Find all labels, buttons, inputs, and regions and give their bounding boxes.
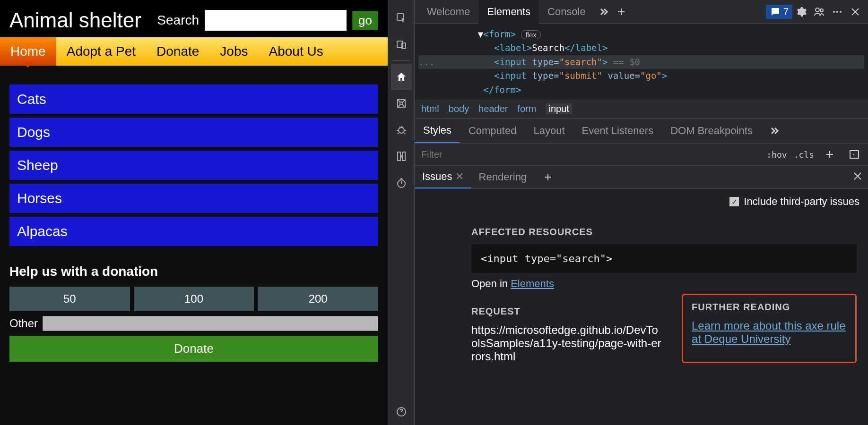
svg-point-4 — [399, 128, 404, 133]
search-input[interactable] — [205, 10, 347, 31]
help-icon[interactable] — [391, 399, 412, 425]
3d-view-icon[interactable] — [391, 90, 412, 117]
svg-point-10 — [820, 9, 823, 12]
close-tab-icon[interactable]: ✕ — [455, 170, 464, 183]
affected-resources-heading: AFFECTED RESOURCES — [471, 227, 857, 238]
nav-donate[interactable]: Donate — [146, 37, 209, 66]
breadcrumb-item[interactable]: form — [517, 103, 536, 114]
more-subtabs-icon[interactable] — [765, 122, 783, 140]
donation-heading: Help us with a donation — [9, 264, 378, 279]
donation-amount-button[interactable]: 100 — [134, 287, 254, 311]
network-icon[interactable] — [391, 143, 412, 170]
page-header: Animal shelter Search go — [0, 0, 388, 37]
breadcrumb-item[interactable]: header — [478, 103, 508, 114]
more-tabs-icon[interactable] — [594, 3, 612, 21]
separator — [393, 60, 410, 61]
drawer-close-icon[interactable] — [852, 170, 868, 184]
issues-drawer-body: ✓ Include third-party issues AFFECTED RE… — [415, 189, 868, 425]
device-emulation-icon[interactable] — [391, 31, 412, 58]
svg-point-11 — [833, 11, 835, 13]
animal-item[interactable]: Alpacas — [9, 217, 378, 246]
include-third-party-label: Include third-party issues — [744, 196, 859, 208]
settings-icon[interactable] — [792, 3, 810, 21]
add-tab-icon[interactable] — [612, 3, 630, 21]
further-reading-box: FURTHER READING Learn more about this ax… — [682, 294, 857, 363]
styles-filter-input[interactable] — [419, 146, 760, 163]
donation-amount-row: 50 100 200 — [9, 287, 378, 311]
animal-item[interactable]: Sheep — [9, 151, 378, 180]
page-content: Cats Dogs Sheep Horses Alpacas Help us w… — [0, 66, 388, 371]
devtools-activity-bar — [388, 0, 415, 425]
drawer-tab-rendering[interactable]: Rendering — [471, 166, 535, 188]
open-in-row: Open in Elements — [471, 278, 857, 290]
drawer-add-tab-icon[interactable] — [539, 168, 557, 186]
devtools-tabbar: Welcome Elements Console 7 — [415, 0, 868, 24]
open-in-elements-link[interactable]: Elements — [511, 278, 554, 289]
donation-other-input[interactable] — [43, 316, 378, 331]
home-icon[interactable] — [391, 64, 412, 90]
request-column: REQUEST https://microsoftedge.github.io/… — [471, 294, 663, 363]
donate-button[interactable]: Donate — [9, 336, 378, 362]
include-third-party-checkbox[interactable]: ✓ — [729, 197, 739, 206]
animal-list: Cats Dogs Sheep Horses Alpacas — [9, 85, 378, 246]
subtab-layout[interactable]: Layout — [525, 119, 573, 143]
new-style-rule-icon[interactable] — [821, 145, 839, 163]
further-reading-heading: FURTHER READING — [692, 302, 847, 313]
styles-tabbar: Styles Computed Layout Event Listeners D… — [415, 119, 868, 144]
feedback-icon[interactable] — [810, 3, 828, 21]
tab-elements[interactable]: Elements — [478, 0, 539, 24]
close-devtools-icon[interactable] — [846, 3, 864, 21]
issues-count: 7 — [783, 6, 789, 17]
more-options-icon[interactable] — [828, 3, 846, 21]
donation-amount-button[interactable]: 50 — [9, 287, 130, 311]
open-in-prefix: Open in — [471, 278, 511, 289]
performance-icon[interactable] — [391, 170, 412, 196]
nav-jobs[interactable]: Jobs — [209, 37, 258, 66]
svg-point-12 — [836, 11, 838, 13]
animal-item[interactable]: Dogs — [9, 118, 378, 147]
nav-about[interactable]: About Us — [259, 37, 334, 66]
search-submit-button[interactable]: go — [352, 11, 378, 30]
svg-point-9 — [816, 8, 819, 12]
nav-adopt[interactable]: Adopt a Pet — [56, 37, 146, 66]
dom-node-label[interactable]: <label>Search</label> — [418, 41, 864, 55]
subtab-dom-breakpoints[interactable]: DOM Breakpoints — [662, 119, 761, 143]
bug-icon[interactable] — [391, 117, 412, 143]
cls-toggle[interactable]: .cls — [794, 150, 814, 160]
nav-home[interactable]: Home — [0, 37, 56, 66]
tab-console[interactable]: Console — [539, 0, 594, 24]
dom-breadcrumb: html body header form input — [415, 100, 868, 119]
breadcrumb-item-selected[interactable]: input — [546, 103, 572, 114]
svg-rect-5 — [398, 152, 400, 161]
inspect-element-icon[interactable] — [391, 5, 412, 31]
breadcrumb-item[interactable]: body — [449, 103, 469, 114]
breadcrumb-item[interactable]: html — [421, 103, 439, 114]
subtab-event-listeners[interactable]: Event Listeners — [573, 119, 662, 143]
dom-node-form-close[interactable]: </form> — [418, 83, 864, 97]
devtools-panel: Welcome Elements Console 7 — [388, 0, 868, 425]
animal-item[interactable]: Cats — [9, 85, 378, 114]
include-third-party-row: ✓ Include third-party issues — [415, 189, 868, 214]
page-title: Animal shelter — [9, 8, 141, 33]
hov-toggle[interactable]: :hov — [766, 150, 787, 160]
tab-welcome[interactable]: Welcome — [418, 0, 478, 24]
dom-node-input-submit[interactable]: <input type="submit" value="go"> — [418, 69, 864, 83]
dom-tree[interactable]: ▼<form> flex <label>Search</label> ... <… — [415, 24, 868, 100]
donation-amount-button[interactable]: 200 — [258, 287, 378, 311]
dom-node-input-search[interactable]: ... <input type="search"> == $0 — [418, 55, 864, 69]
svg-rect-6 — [402, 152, 405, 161]
issue-detail: AFFECTED RESOURCES <input type="search">… — [415, 227, 868, 363]
toggle-sidebar-icon[interactable] — [845, 145, 863, 163]
affected-resource-code: <input type="search"> — [471, 244, 857, 273]
further-reading-link[interactable]: Learn more about this axe rule at Deque … — [692, 319, 847, 346]
drawer-tabbar: Issues ✕ Rendering — [415, 166, 868, 189]
donation-other-label: Other — [9, 317, 38, 330]
subtab-styles[interactable]: Styles — [415, 119, 460, 143]
subtab-computed[interactable]: Computed — [460, 119, 525, 143]
svg-point-13 — [840, 11, 842, 13]
animal-item[interactable]: Horses — [9, 184, 378, 213]
dom-node-form[interactable]: ▼<form> flex — [418, 27, 864, 41]
drawer-tab-issues[interactable]: Issues ✕ — [415, 166, 471, 188]
issues-counter-badge[interactable]: 7 — [766, 5, 792, 19]
request-url: https://microsoftedge.github.io/DevTools… — [471, 323, 663, 363]
